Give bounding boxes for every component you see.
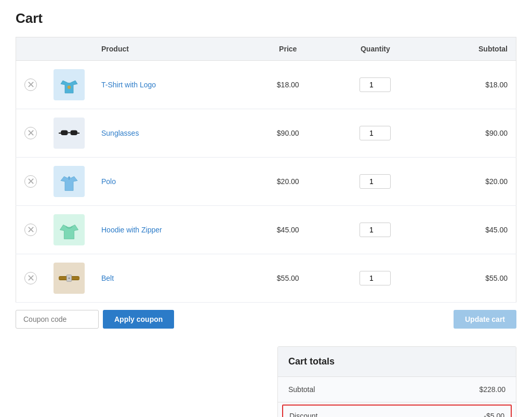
col-subtotal: Subtotal bbox=[423, 37, 516, 61]
quantity-input[interactable] bbox=[360, 77, 391, 92]
apply-coupon-button[interactable]: Apply coupon bbox=[103, 310, 174, 329]
svg-point-12 bbox=[68, 277, 70, 279]
cart-totals-box: Cart totals Subtotal $228.00 Discount -$… bbox=[277, 346, 516, 417]
quantity-input[interactable] bbox=[360, 174, 391, 189]
product-subtotal: $20.00 bbox=[423, 158, 516, 206]
svg-rect-3 bbox=[61, 130, 68, 135]
col-remove bbox=[16, 37, 46, 61]
product-image bbox=[54, 166, 85, 197]
col-image bbox=[45, 37, 93, 61]
product-price: $45.00 bbox=[249, 206, 327, 254]
remove-button[interactable]: ✕ bbox=[24, 224, 37, 236]
cart-actions: Apply coupon Update cart bbox=[16, 303, 516, 336]
product-name[interactable]: T-Shirt with Logo bbox=[101, 81, 156, 89]
svg-point-1 bbox=[68, 86, 71, 89]
table-row: ✕ Polo $20.00 $20.00 bbox=[16, 158, 516, 206]
svg-rect-4 bbox=[70, 130, 77, 135]
cart-table: Product Price Quantity Subtotal ✕ T-Shir… bbox=[16, 37, 516, 303]
product-quantity-cell bbox=[327, 206, 423, 254]
table-row: ✕ Sunglasses $90.00 $90.00 bbox=[16, 109, 516, 158]
product-quantity-cell bbox=[327, 61, 423, 109]
product-subtotal: $55.00 bbox=[423, 254, 516, 303]
product-name[interactable]: Polo bbox=[101, 177, 116, 186]
product-subtotal: $90.00 bbox=[423, 109, 516, 158]
discount-label: Discount bbox=[289, 412, 317, 417]
subtotal-value: $228.00 bbox=[479, 385, 506, 394]
product-image bbox=[54, 118, 85, 149]
remove-button[interactable]: ✕ bbox=[24, 272, 37, 284]
page-title: Cart bbox=[16, 10, 516, 27]
product-price: $90.00 bbox=[249, 109, 327, 158]
product-price: $18.00 bbox=[249, 61, 327, 109]
product-name[interactable]: Belt bbox=[101, 274, 114, 282]
quantity-input[interactable] bbox=[360, 126, 391, 140]
product-subtotal: $45.00 bbox=[423, 206, 516, 254]
product-name[interactable]: Hoodie with Zipper bbox=[101, 226, 162, 234]
discount-value: -$5.00 bbox=[484, 412, 504, 417]
product-name[interactable]: Sunglasses bbox=[101, 129, 139, 137]
product-price: $20.00 bbox=[249, 158, 327, 206]
product-quantity-cell bbox=[327, 158, 423, 206]
product-quantity-cell bbox=[327, 109, 423, 158]
product-price: $55.00 bbox=[249, 254, 327, 303]
table-row: ✕ Belt $55.00 $55.00 bbox=[16, 254, 516, 303]
col-quantity: Quantity bbox=[327, 37, 423, 61]
table-row: ✕ Hoodie with Zipper $45.00 $45.00 bbox=[16, 206, 516, 254]
coupon-area: Apply coupon bbox=[16, 310, 174, 329]
discount-row: Discount -$5.00 bbox=[282, 405, 512, 417]
remove-button[interactable]: ✕ bbox=[24, 127, 37, 139]
quantity-input[interactable] bbox=[360, 223, 391, 237]
product-image bbox=[54, 263, 85, 294]
remove-button[interactable]: ✕ bbox=[24, 79, 37, 91]
product-image bbox=[54, 69, 85, 100]
cart-totals-wrapper: Cart totals Subtotal $228.00 Discount -$… bbox=[16, 346, 516, 417]
quantity-input[interactable] bbox=[360, 271, 391, 285]
remove-button[interactable]: ✕ bbox=[24, 175, 37, 188]
col-price: Price bbox=[249, 37, 327, 61]
col-product: Product bbox=[93, 37, 249, 61]
table-row: ✕ T-Shirt with Logo $18.00 $18.00 bbox=[16, 61, 516, 109]
product-subtotal: $18.00 bbox=[423, 61, 516, 109]
coupon-input[interactable] bbox=[16, 310, 99, 329]
product-quantity-cell bbox=[327, 254, 423, 303]
subtotal-row: Subtotal $228.00 bbox=[278, 377, 516, 402]
update-cart-button[interactable]: Update cart bbox=[454, 310, 516, 329]
subtotal-label: Subtotal bbox=[288, 385, 315, 394]
cart-totals-title: Cart totals bbox=[278, 347, 516, 377]
product-image bbox=[54, 214, 85, 245]
